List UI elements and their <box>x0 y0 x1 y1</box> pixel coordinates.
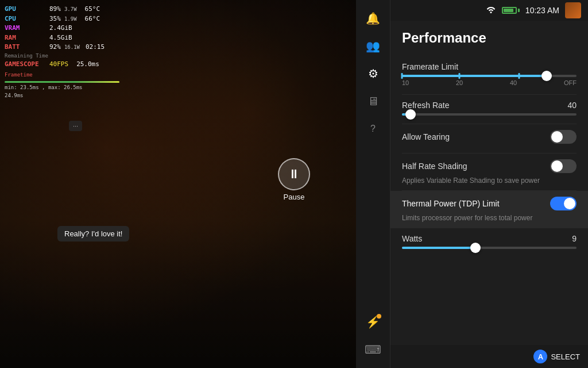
gpu-temp: 65°C <box>85 5 100 14</box>
refresh-rate-slider-track <box>402 113 577 116</box>
refresh-rate-setting: Refresh Rate 40 <box>402 95 577 124</box>
vram-val: 2.4GiB <box>49 24 72 33</box>
gear-icon: ⚙ <box>368 67 378 80</box>
screen-icon: 🖥 <box>368 95 379 108</box>
sidebar-item-keyboard[interactable]: ⌨ <box>361 337 386 362</box>
status-bar: 10:23 AM <box>390 0 588 21</box>
half-rate-shading-label: Half Rate Shading <box>402 162 467 171</box>
thermal-power-toggle[interactable] <box>550 197 577 210</box>
allow-tearing-label: Allow Tearing <box>402 132 450 141</box>
framerate-slider-labels: 10 20 40 OFF <box>402 79 577 86</box>
notification-icon: 🔔 <box>366 12 380 25</box>
battery-icon <box>502 7 520 14</box>
watts-setting: Watts 9 <box>402 228 577 257</box>
cpu-watts: 1.9W <box>64 16 77 24</box>
watts-slider-fill <box>402 247 475 249</box>
sidebar-item-screen[interactable]: 🖥 <box>361 89 386 114</box>
batt-percent: 92% <box>49 43 61 52</box>
thermal-power-setting: Thermal Power (TDP) Limit Limits process… <box>390 191 588 228</box>
watts-label: Watts <box>402 234 422 243</box>
sidebar: 🔔 👥 ⚙ 🖥 ? ⚡ ⌨ <box>356 0 390 368</box>
sidebar-item-notification[interactable]: 🔔 <box>361 6 386 31</box>
dialog-bubble: Really? I'd love it! <box>57 226 129 241</box>
frametime-bar <box>5 81 119 83</box>
frametime-avg: 24.9ms <box>5 93 24 98</box>
thermal-power-sub: Limits processor power for less total po… <box>402 214 577 222</box>
gamescope-label: GAMESCOPE <box>5 60 46 70</box>
half-rate-shading-toggle-knob <box>551 160 563 172</box>
framerate-label-10: 10 <box>402 79 409 86</box>
cpu-label: CPU <box>5 14 46 24</box>
pause-button[interactable]: ⏸ Pause <box>278 158 310 201</box>
gamescope-ms: 25.0ms <box>76 60 99 70</box>
batt-watts: 16.1W <box>64 44 80 52</box>
hud-overlay: GPU 89% 3.7W 65°C CPU 35% 1.9W 66°C VRAM… <box>5 5 119 99</box>
batt-label: BATT <box>5 43 46 52</box>
half-rate-shading-setting: Half Rate Shading Applies Variable Rate … <box>402 154 577 191</box>
gpu-watts: 3.7W <box>64 6 77 14</box>
framerate-tick-20 <box>459 73 461 79</box>
sidebar-item-help[interactable]: ? <box>361 116 386 141</box>
refresh-rate-value: 40 <box>567 101 577 110</box>
bottom-bar: A SELECT <box>390 345 588 368</box>
half-rate-shading-toggle[interactable] <box>550 159 577 173</box>
clock: 10:23 AM <box>525 6 559 15</box>
framerate-tick-40 <box>518 73 520 79</box>
refresh-rate-label: Refresh Rate <box>402 101 449 110</box>
cpu-temp: 66°C <box>85 14 100 24</box>
allow-tearing-toggle-knob <box>551 131 563 143</box>
battery-tip <box>518 9 520 12</box>
refresh-rate-slider-thumb[interactable] <box>405 109 416 120</box>
frametime-label: Frametime <box>5 71 119 79</box>
a-button-icon: A <box>533 350 547 363</box>
sidebar-item-settings[interactable]: ⚙ <box>361 61 386 86</box>
cpu-percent: 35% <box>49 14 61 24</box>
watts-value: 9 <box>572 234 577 243</box>
ram-label: RAM <box>5 33 46 43</box>
friends-icon: 👥 <box>366 39 380 53</box>
help-icon: ? <box>370 124 376 134</box>
power-dot-indicator <box>377 314 381 319</box>
gpu-label: GPU <box>5 5 46 14</box>
framerate-slider-fill <box>402 75 547 77</box>
gamescope-fps: 40FPS <box>49 60 68 70</box>
allow-tearing-toggle[interactable] <box>550 130 577 144</box>
pause-icon[interactable]: ⏸ <box>278 158 310 190</box>
keyboard-icon: ⌨ <box>365 343 381 356</box>
gpu-percent: 89% <box>49 5 61 14</box>
wifi-icon <box>486 5 496 16</box>
watts-slider-container[interactable] <box>402 247 577 249</box>
battery-fill <box>504 9 513 12</box>
framerate-label-40: 40 <box>510 79 517 86</box>
framerate-limit-setting: Framerate Limit 10 20 40 OFF <box>402 56 577 95</box>
game-viewport: GPU 89% 3.7W 65°C CPU 35% 1.9W 66°C VRAM… <box>0 0 356 368</box>
allow-tearing-setting: Allow Tearing <box>402 124 577 154</box>
pause-label: Pause <box>284 193 305 201</box>
select-button[interactable]: A SELECT <box>533 350 580 363</box>
framerate-limit-label: Framerate Limit <box>402 62 458 71</box>
framerate-slider-container[interactable]: 10 20 40 OFF <box>402 75 577 86</box>
settings-content: Performance Framerate Limit 10 20 40 <box>390 21 588 345</box>
refresh-rate-slider-container[interactable] <box>402 113 577 116</box>
watts-slider-track <box>402 247 577 249</box>
select-label: SELECT <box>551 352 580 361</box>
framerate-label-off: OFF <box>564 79 577 86</box>
sidebar-item-power[interactable]: ⚡ <box>361 309 386 335</box>
framerate-tick-10 <box>401 73 403 79</box>
sidebar-item-friends[interactable]: 👥 <box>361 33 386 59</box>
ram-val: 4.5GiB <box>49 33 72 43</box>
framerate-label-20: 20 <box>456 79 463 86</box>
batt-remaining: Remaining Time <box>5 52 48 60</box>
frametime-min: min: 23.5ms <box>5 85 39 90</box>
half-rate-shading-sub: Applies Variable Rate Shading to save po… <box>402 177 577 185</box>
batt-time: 02:15 <box>86 43 105 52</box>
frametime-max: max: 26.5ms <box>48 85 83 90</box>
watts-slider-thumb[interactable] <box>470 243 481 253</box>
thermal-power-toggle-knob <box>564 198 575 209</box>
framerate-slider-thumb[interactable] <box>541 71 552 81</box>
thermal-power-label: Thermal Power (TDP) Limit <box>402 199 500 208</box>
avatar <box>565 2 581 18</box>
settings-title: Performance <box>402 30 577 46</box>
settings-panel: 10:23 AM Performance Framerate Limit 10 <box>390 0 588 368</box>
vram-label: VRAM <box>5 24 46 33</box>
